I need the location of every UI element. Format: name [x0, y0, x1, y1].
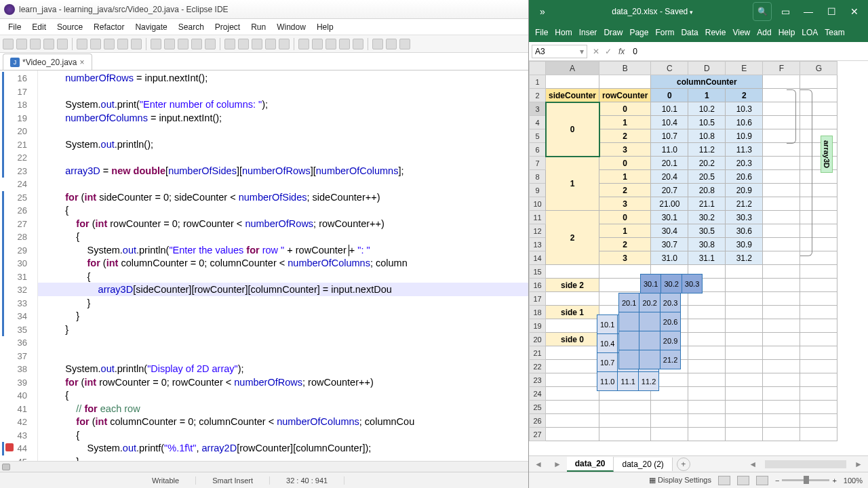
code-line[interactable]: array3D[sideCounter][rowCounter][columnC… [43, 283, 392, 297]
toolbar-button[interactable] [90, 39, 101, 49]
empty-cell[interactable] [726, 387, 763, 401]
col-header-F[interactable]: F [763, 62, 800, 75]
empty-cell[interactable] [688, 333, 726, 346]
row-header[interactable]: 20 [530, 333, 546, 346]
fx-icon[interactable]: fx [614, 47, 629, 56]
row-header[interactable]: 10 [530, 197, 546, 211]
row-header[interactable]: 7 [530, 157, 546, 170]
menu-search[interactable]: Search [173, 21, 210, 33]
row-header[interactable]: 25 [530, 401, 546, 414]
row-value[interactable]: 2 [599, 129, 651, 143]
row-value[interactable]: 0 [599, 102, 651, 116]
empty-cell[interactable] [546, 319, 599, 333]
col-header-C[interactable]: C [651, 62, 688, 75]
toolbar-button[interactable] [104, 39, 115, 49]
row-header[interactable]: 3 [530, 102, 546, 116]
data-cell[interactable]: 20.4 [651, 170, 688, 184]
ribbon-tab-data[interactable]: Data [677, 25, 701, 40]
data-cell[interactable]: 10.1 [651, 102, 688, 116]
line-number[interactable]: 20 [0, 125, 27, 138]
row-value[interactable]: 1 [599, 170, 651, 184]
side-value[interactable]: 0 [546, 102, 599, 157]
code-line[interactable]: } [43, 297, 90, 310]
toolbar-button[interactable] [57, 39, 68, 49]
row-header[interactable]: 23 [530, 373, 546, 387]
code-line[interactable]: System.out.println("Display of 2D array"… [43, 363, 244, 376]
empty-cell[interactable] [599, 401, 651, 414]
data-cell[interactable]: 20.3 [726, 157, 763, 170]
line-number[interactable]: 24 [0, 178, 27, 191]
empty-cell[interactable] [599, 428, 651, 441]
data-cell[interactable]: 10.7 [651, 129, 688, 143]
eclipse-toolbar[interactable] [0, 35, 528, 53]
row-header[interactable]: 9 [530, 184, 546, 197]
menu-project[interactable]: Project [210, 21, 245, 33]
ribbon-tab-file[interactable]: File [532, 25, 551, 40]
data-cell[interactable]: 20.5 [688, 170, 726, 184]
excel-titlebar[interactable]: » data_20.xlsx - Saved 🔍 ▭ — ☐ ✕ [529, 0, 868, 23]
row-value[interactable]: 2 [599, 184, 651, 197]
empty-cell[interactable] [651, 401, 688, 414]
line-number[interactable]: 41 [0, 403, 27, 416]
empty-cell[interactable] [688, 360, 726, 373]
data-cell[interactable]: 11.2 [688, 143, 726, 157]
toolbar-button[interactable] [191, 39, 202, 49]
sheet-tabs[interactable]: ◄ ► data_20 data_20 (2) + ◄ ► [529, 455, 868, 472]
line-number[interactable]: 23 [0, 165, 27, 178]
row-header[interactable]: 16 [530, 279, 546, 292]
toolbar-button[interactable] [339, 39, 350, 49]
code-line[interactable]: for (int columnCounter = 0; columnCounte… [43, 415, 414, 429]
row-header[interactable]: 6 [530, 143, 546, 157]
data-cell[interactable]: 10.5 [688, 116, 726, 129]
zoom-level[interactable]: 100% [844, 476, 863, 485]
row-header[interactable]: 4 [530, 116, 546, 129]
menu-navigate[interactable]: Navigate [130, 21, 172, 33]
formula-value[interactable]: 0 [629, 47, 642, 56]
empty-cell[interactable] [800, 428, 837, 441]
data-cell[interactable]: 21.2 [726, 197, 763, 211]
row-value[interactable]: 1 [599, 116, 651, 129]
empty-cell[interactable] [800, 401, 837, 414]
toolbar-button[interactable] [30, 39, 41, 49]
code-line[interactable]: { [43, 270, 90, 284]
code-line[interactable]: { [43, 429, 79, 443]
empty-cell[interactable] [763, 428, 800, 441]
menu-edit[interactable]: Edit [26, 21, 52, 33]
code-line[interactable]: numberOfRows = input.nextInt(); [43, 72, 208, 85]
line-number[interactable]: 33 [0, 297, 27, 310]
menu-run[interactable]: Run [245, 21, 271, 33]
data-cell[interactable]: 11.3 [726, 143, 763, 157]
empty-cell[interactable] [688, 387, 726, 401]
empty-cell[interactable] [763, 414, 800, 428]
empty-cell[interactable] [546, 360, 599, 373]
empty-cell[interactable] [546, 387, 599, 401]
side-label[interactable]: side 0 [546, 333, 599, 346]
empty-cell[interactable] [651, 428, 688, 441]
normal-view-button[interactable] [718, 476, 730, 485]
empty-cell[interactable] [800, 265, 837, 279]
empty-cell[interactable] [763, 360, 800, 373]
empty-cell[interactable] [726, 428, 763, 441]
code-line[interactable]: { [43, 230, 79, 244]
data-cell[interactable]: 31.2 [726, 251, 763, 265]
enter-icon[interactable]: ✓ [602, 47, 614, 56]
row-header[interactable]: 1 [530, 75, 546, 89]
col-header-G[interactable]: G [800, 62, 837, 75]
row-header[interactable]: 12 [530, 224, 546, 238]
empty-cell[interactable] [763, 401, 800, 414]
data-cell[interactable]: 10.9 [726, 129, 763, 143]
toolbar-button[interactable] [131, 39, 142, 49]
empty-cell[interactable] [800, 373, 837, 387]
ribbon-tab-revie[interactable]: Revie [702, 25, 730, 40]
minimize-button[interactable]: — [799, 2, 818, 21]
ribbon-tab-inser[interactable]: Inser [576, 25, 601, 40]
line-number[interactable]: 28 [0, 230, 27, 244]
line-number[interactable]: 29 [0, 244, 27, 258]
horizontal-scrollbar[interactable] [0, 461, 528, 472]
menu-window[interactable]: Window [271, 21, 311, 33]
code-line[interactable]: System.out.printf("%.1f\t", array2D[rowC… [43, 442, 371, 455]
empty-cell[interactable] [546, 428, 599, 441]
empty-cell[interactable] [546, 292, 599, 306]
select-all-corner[interactable] [530, 62, 546, 75]
eclipse-titlebar[interactable]: learn_java - learning_java/src/Video_20.… [0, 0, 528, 19]
